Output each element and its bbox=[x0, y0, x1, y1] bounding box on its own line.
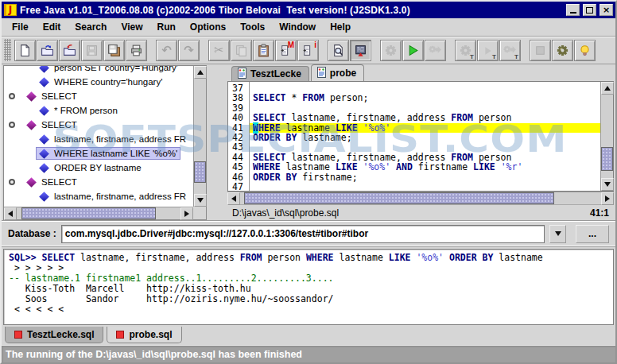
editor-hscroll-thumb[interactable] bbox=[244, 192, 554, 204]
tree-expander-icon[interactable] bbox=[9, 93, 15, 99]
tree-item[interactable]: SELECT bbox=[4, 89, 193, 103]
line-number: 47 bbox=[232, 182, 249, 191]
save-file-as-button[interactable] bbox=[59, 40, 80, 61]
tree-item-body: SELECT bbox=[23, 90, 80, 103]
menu-search[interactable]: Search bbox=[68, 19, 114, 35]
toolbar-grip[interactable] bbox=[4, 39, 11, 61]
new-file-button[interactable] bbox=[14, 40, 36, 61]
overlay-letter: M bbox=[288, 41, 294, 49]
split-divider[interactable] bbox=[207, 64, 227, 220]
sub-letter: T bbox=[470, 53, 474, 60]
tree-vscrollbar[interactable] bbox=[193, 66, 206, 207]
copy-icon bbox=[235, 44, 248, 57]
insert-macro-m-button[interactable]: M bbox=[275, 40, 297, 61]
editor-tab-probe[interactable]: probe bbox=[311, 64, 364, 81]
tree-expander-icon[interactable] bbox=[9, 122, 15, 128]
menu-file[interactable]: File bbox=[5, 19, 36, 35]
arrow-right-icon bbox=[605, 196, 613, 202]
insert-icon bbox=[301, 44, 315, 57]
menu-edit[interactable]: Edit bbox=[36, 19, 68, 35]
database-connection-combo[interactable]: com.mysql.jdbc.Driver#jdbc:mysql://127.0… bbox=[61, 225, 545, 243]
tree-item[interactable]: WHERE country='hungary' bbox=[4, 75, 193, 89]
tree-scroll-up-button[interactable] bbox=[194, 66, 207, 79]
editor-scroll-down-button[interactable] bbox=[601, 178, 614, 191]
tips-button[interactable] bbox=[574, 40, 596, 61]
arrow-up-icon bbox=[604, 83, 611, 91]
menu-view[interactable]: View bbox=[114, 19, 149, 35]
settings-button[interactable] bbox=[552, 40, 573, 61]
tree-scroll-down-button[interactable] bbox=[194, 194, 207, 207]
save-all-button[interactable] bbox=[103, 40, 125, 61]
blue-diamond-icon bbox=[39, 77, 49, 87]
toolbar: ↶↷✂MiTTT bbox=[2, 37, 615, 64]
close-button[interactable]: × bbox=[600, 4, 613, 16]
tree-item[interactable]: ORDER BY lastname bbox=[4, 161, 193, 175]
editor-scroll-left-button[interactable] bbox=[227, 192, 240, 205]
menu-run[interactable]: Run bbox=[150, 19, 183, 35]
sub-letter: T bbox=[492, 53, 496, 60]
paste-button[interactable] bbox=[253, 40, 274, 61]
sql-output-console[interactable]: SQL>> SELECT lastname, firstname, addres… bbox=[3, 249, 614, 325]
sql-tree-panel: person SET country='Hungary'WHERE countr… bbox=[3, 65, 207, 220]
file-status-icon bbox=[116, 331, 124, 339]
gear-icon bbox=[384, 44, 398, 57]
maximize-button[interactable] bbox=[583, 4, 596, 16]
database-browse-button[interactable]: ... bbox=[576, 225, 609, 243]
code-area[interactable]: SELECT * FROM person;SELECT lastname, fi… bbox=[250, 82, 600, 191]
code-line bbox=[250, 182, 600, 191]
console-icon bbox=[354, 44, 367, 57]
file-path: D:\javas\_id\sql\probe.sql bbox=[232, 207, 339, 219]
tree-item[interactable]: SELECT bbox=[4, 175, 193, 189]
menu-options[interactable]: Options bbox=[183, 19, 233, 35]
blue-diamond-icon bbox=[39, 66, 49, 72]
database-dropdown-button[interactable] bbox=[549, 225, 566, 243]
tree-item[interactable]: person SET country='Hungary' bbox=[4, 66, 193, 75]
editor-scroll-right-button[interactable] bbox=[601, 192, 614, 205]
print-preview-button[interactable] bbox=[328, 40, 349, 61]
app-window: J Free Java v1.01_T2006.08.08 (c)2002-20… bbox=[0, 0, 617, 364]
editor-hscrollbar[interactable] bbox=[227, 192, 614, 204]
arrow-left-icon bbox=[5, 211, 13, 217]
arrow-left-icon bbox=[228, 196, 236, 202]
app-icon[interactable]: J bbox=[4, 4, 17, 16]
insert-macro-i-button[interactable]: i bbox=[297, 40, 319, 61]
tree-scroll-left-button[interactable] bbox=[4, 207, 17, 220]
tree-expander-icon[interactable] bbox=[9, 179, 15, 185]
file-tab-tesztlecke-sql[interactable]: TesztLecke.sql bbox=[5, 327, 103, 343]
status-bar: The running of the D:\javas\_id\sql\prob… bbox=[2, 345, 615, 362]
tree-item[interactable]: lastname, firstname, address FR bbox=[4, 132, 193, 146]
title-bar: J Free Java v1.01_T2006.08.08 (c)2002-20… bbox=[2, 2, 615, 18]
line-number: 38 bbox=[232, 93, 249, 103]
print-button[interactable] bbox=[126, 40, 147, 61]
tree-item[interactable]: WHERE lastname LIKE '%o%' bbox=[4, 146, 193, 161]
file-tab-bar: TesztLecke.sqlprobe.sql bbox=[2, 327, 615, 345]
editor-scroll-up-button[interactable] bbox=[601, 82, 614, 95]
redo-button: ↷ bbox=[178, 40, 200, 61]
editor-tab-tesztlecke[interactable]: TesztLecke bbox=[231, 66, 309, 81]
tree-item-body: SELECT bbox=[23, 118, 80, 131]
tree-hscrollbar[interactable] bbox=[4, 207, 193, 219]
tree-item[interactable]: SELECT bbox=[4, 118, 193, 132]
tree-item[interactable]: * FROM person bbox=[4, 103, 193, 118]
save-file-button bbox=[81, 40, 103, 61]
minimize-button[interactable] bbox=[566, 4, 580, 16]
console-view-button[interactable] bbox=[350, 40, 371, 61]
tree-item[interactable]: lastname, firstname, address FR bbox=[4, 189, 193, 203]
menu-window[interactable]: Window bbox=[272, 19, 323, 35]
menu-help[interactable]: Help bbox=[323, 19, 358, 35]
tree-scroll-right-button[interactable] bbox=[180, 207, 193, 220]
tree-item-body: * FROM person bbox=[36, 104, 121, 117]
tree-vscroll-thumb[interactable] bbox=[194, 161, 206, 183]
editor-vscroll-thumb[interactable] bbox=[601, 147, 613, 171]
editor-vscrollbar[interactable] bbox=[600, 82, 613, 191]
compile-run-button bbox=[425, 40, 446, 61]
file-tab-probe-sql[interactable]: probe.sql bbox=[107, 327, 181, 343]
tree-hscroll-thumb[interactable] bbox=[21, 207, 156, 219]
run-button[interactable] bbox=[402, 40, 424, 61]
menu-tools[interactable]: Tools bbox=[233, 19, 272, 35]
tree-item-body: person SET country='Hungary' bbox=[36, 66, 181, 74]
output-line: Soos Sandor http://oziris.nyme.hu/~sooss… bbox=[9, 294, 608, 304]
open-file-button[interactable] bbox=[37, 40, 58, 61]
status-message: The running of the D:\javas\_id\sql\prob… bbox=[6, 349, 302, 360]
redo-icon: ↷ bbox=[184, 45, 194, 56]
